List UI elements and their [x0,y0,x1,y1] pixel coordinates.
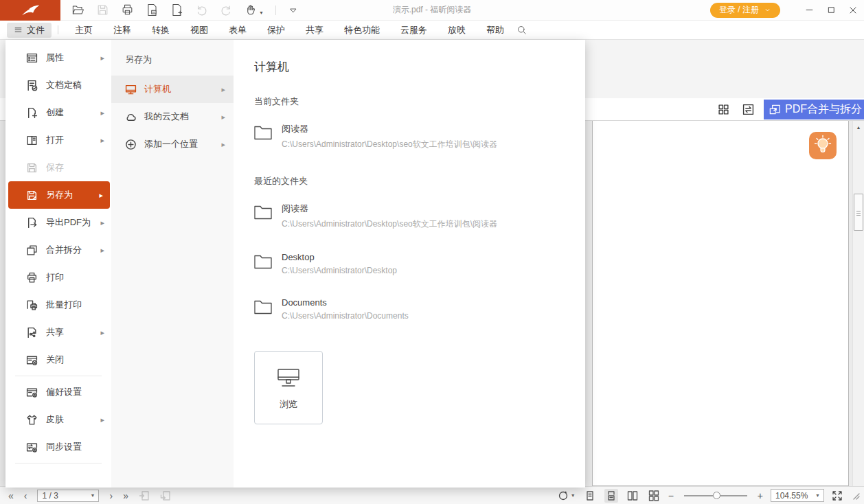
resize-grip[interactable] [852,492,860,500]
tab-form[interactable]: 表单 [218,21,257,40]
save-icon [96,3,109,16]
menu-item-properties[interactable]: 属性 ▸ [5,44,111,71]
zoom-dropdown-caret-icon: ▼ [815,493,820,498]
vertical-scrollbar[interactable]: ▲ [852,121,864,486]
folder-name: Documents [282,297,409,308]
submenu-arrow-icon: ▸ [221,140,225,149]
continuous-view-icon[interactable] [604,489,618,503]
login-label: 登录 / 注册 [719,4,759,16]
recent-folders-heading: 最近的文件夹 [254,175,585,187]
thumbnail-grid-icon[interactable] [718,104,729,115]
save-as-icon [26,190,38,201]
menu-item-batch-print[interactable]: 批量打印 [5,291,111,319]
menu-item-create[interactable]: 创建 ▸ [5,99,111,126]
location-add-place[interactable]: 添加一个位置 ▸ [111,130,234,158]
page-organize-icon[interactable] [146,3,159,16]
new-document-icon[interactable] [170,3,183,16]
location-cloud-docs[interactable]: 我的云文档 ▸ [111,103,234,130]
menu-item-save-as[interactable]: 另存为 ▸ [8,181,110,209]
file-menu-button[interactable]: 文件 [7,23,52,38]
file-menu-label: 文件 [27,24,45,36]
continuous-facing-view-icon[interactable] [647,489,661,503]
browse-button[interactable]: 浏览 [254,351,323,424]
close-icon [848,5,859,16]
page-number-input[interactable]: 1 / 3 ▼ [37,490,99,502]
zoom-level-input[interactable]: 104.55% ▼ [771,489,824,502]
menu-item-open[interactable]: 打开 ▸ [5,126,111,154]
pane-title: 计算机 [254,59,585,75]
rotate-caret-icon: ▼ [571,493,576,498]
hand-tool-button[interactable]: ▼ [245,3,264,16]
tab-cloud[interactable]: 云服务 [390,21,437,40]
folder-path: C:\Users\Administrator\Desktop\seo软文工作培训… [282,218,497,230]
submenu-arrow-icon: ▸ [100,246,104,255]
search-icon[interactable] [516,24,527,36]
tab-home[interactable]: 主页 [65,21,103,40]
save-as-heading: 另存为 [125,54,234,66]
pdf-merge-split-badge[interactable]: PDF合并与拆分 [764,100,864,119]
tip-lightbulb-button[interactable] [809,132,837,159]
menu-divider [15,463,102,463]
login-register-button[interactable]: 登录 / 注册 [710,3,780,18]
app-logo[interactable] [0,0,60,21]
folder-item-recent[interactable]: Documents C:\Users\Administrator\Documen… [254,297,585,321]
submenu-arrow-icon: ▸ [100,108,104,117]
print-icon[interactable] [121,3,134,16]
single-page-view-icon[interactable] [583,489,597,503]
tab-protect[interactable]: 保护 [257,21,295,40]
page-indicator: 1 / 3 [42,491,58,501]
scrollbar-thumb[interactable] [854,194,863,231]
menu-item-print[interactable]: 打印 [5,264,111,291]
fullscreen-icon[interactable] [832,490,843,501]
menu-item-finalize[interactable]: 文档定稿 [5,71,111,99]
menu-item-close[interactable]: 关闭 [5,346,111,374]
customize-toolbar-chevron-icon[interactable] [288,5,299,16]
tab-share[interactable]: 共享 [295,21,334,40]
minimize-button[interactable] [798,0,820,21]
last-page-button[interactable]: » [123,490,128,501]
skin-tshirt-icon [26,414,38,426]
previous-view-icon [139,490,150,501]
zoom-out-button[interactable]: − [668,490,674,501]
page-dropdown-caret-icon: ▼ [91,493,95,498]
close-doc-icon [26,354,38,366]
location-computer[interactable]: 计算机 ▸ [111,76,234,103]
print-icon [26,272,38,284]
tab-comment[interactable]: 注释 [103,21,141,40]
cloud-icon [125,111,137,123]
tab-present[interactable]: 放映 [437,21,476,40]
next-page-button[interactable]: › [109,490,113,501]
menu-item-preferences[interactable]: 偏好设置 [5,378,111,406]
open-file-icon[interactable] [71,3,84,16]
zoom-slider[interactable] [684,495,747,496]
scroll-up-arrow-icon[interactable]: ▲ [853,125,864,130]
folder-path: C:\Users\Administrator\Desktop\seo软文工作培训… [282,139,497,150]
swap-view-icon[interactable] [742,104,754,115]
maximize-button[interactable] [820,0,842,21]
hand-tool-icon [245,3,258,16]
tab-view[interactable]: 视图 [180,21,218,40]
facing-view-icon[interactable] [626,489,639,503]
previous-page-button[interactable]: ‹ [24,490,27,501]
folder-item-recent[interactable]: Desktop C:\Users\Administrator\Desktop [254,252,585,275]
tab-features[interactable]: 特色功能 [334,21,390,40]
tab-help[interactable]: 帮助 [476,21,514,40]
close-button[interactable] [842,0,864,21]
menu-item-export-pdf[interactable]: 导出PDF为 ▸ [5,209,111,236]
zoom-in-button[interactable]: + [758,490,763,501]
status-bar: « ‹ 1 / 3 ▼ › » ▼ − + 104.55% ▼ [0,486,864,504]
first-page-button[interactable]: « [8,490,14,501]
menu-item-merge-split[interactable]: 合并拆分 ▸ [5,236,111,264]
computer-pane: 计算机 当前文件夹 阅读器 C:\Users\Administrator\Des… [234,40,585,488]
menu-item-skin[interactable]: 皮肤 ▸ [5,406,111,433]
folder-item-recent[interactable]: 阅读器 C:\Users\Administrator\Desktop\seo软文… [254,203,585,230]
redo-icon [220,3,233,16]
folder-item-current[interactable]: 阅读器 C:\Users\Administrator\Desktop\seo软文… [254,123,585,150]
submenu-arrow-icon: ▸ [99,191,103,200]
menu-item-share[interactable]: 共享 ▸ [5,319,111,346]
zoom-slider-thumb[interactable] [713,492,720,499]
menu-item-sync-settings[interactable]: 同步设置 [5,433,111,461]
folder-icon [254,254,272,269]
rotate-view-button[interactable]: ▼ [558,490,576,501]
tab-convert[interactable]: 转换 [141,21,180,40]
